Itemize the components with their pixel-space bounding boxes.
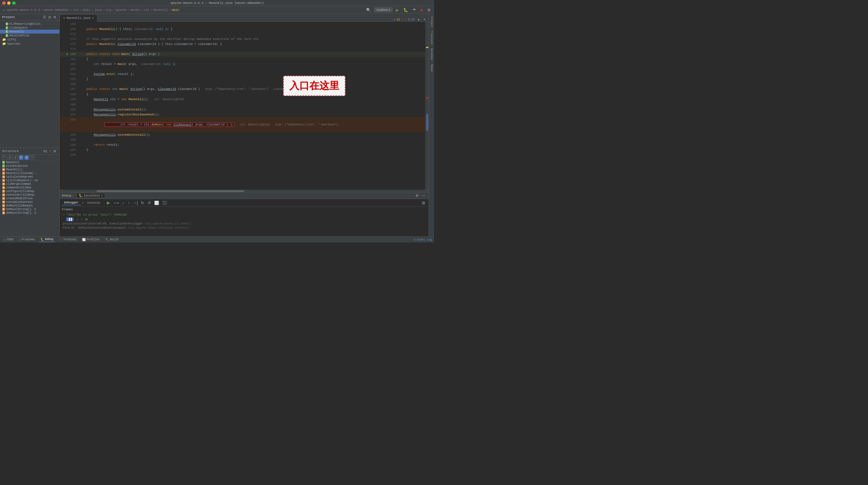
- sort-type-icon[interactable]: ↕: [49, 149, 52, 153]
- scroll-indicator[interactable]: [426, 114, 428, 131]
- breadcrumb-java[interactable]: java: [95, 8, 102, 12]
- tab-close-icon[interactable]: ✕: [92, 17, 94, 20]
- maximize-button[interactable]: [12, 1, 16, 5]
- frame-1[interactable]: projectDiscoveryStarted:99, ExecutionEve…: [62, 222, 426, 226]
- run-button[interactable]: ▶: [395, 7, 400, 13]
- step-back-button[interactable]: ↺: [147, 200, 152, 206]
- filter-protected-icon[interactable]: p: [13, 155, 18, 160]
- minimize-button[interactable]: [7, 1, 10, 5]
- step-out-button[interactable]: ↑: [126, 200, 131, 206]
- struct-item-domain3[interactable]: m doMain(String[], S: [0, 211, 59, 215]
- sidebar-item-clirequest[interactable]: C CliRequest: [0, 26, 59, 30]
- nav-right: 🔍 localhost ▾ ▶ 🐛 ☂ ■ ⚙: [365, 7, 432, 13]
- struct-item-cli[interactable]: m cli(CliRequest): vo: [0, 179, 59, 182]
- frame-pause-button-row: ▐▐ ↓ ↑ ⊟: [62, 217, 426, 222]
- struct-item-configure[interactable]: m configure(CliRequ: [0, 189, 59, 193]
- sort-icon[interactable]: ☰: [42, 15, 47, 20]
- resume-button[interactable]: ▶: [106, 200, 111, 206]
- breadcrumb-src[interactable]: src: [73, 8, 79, 12]
- struct-item-mavencli-ctor[interactable]: m MavenCli(): [0, 168, 59, 172]
- breadcrumb-cli[interactable]: cli: [144, 8, 149, 12]
- tab-todo[interactable]: ☑ TODO: [2, 238, 15, 242]
- filter-method-icon[interactable]: m: [24, 155, 29, 160]
- sort-alpha-icon[interactable]: Az: [42, 149, 48, 153]
- struct-item-exitexception[interactable]: C ExitException: [0, 164, 59, 168]
- expand-debug-icon[interactable]: ⊞: [421, 200, 426, 206]
- struct-item-calculatedegree[interactable]: m calculateDegreeO: [0, 175, 59, 179]
- vtab-maven[interactable]: Maven: [430, 63, 434, 73]
- breadcrumb-apache[interactable]: apache: [115, 8, 126, 12]
- line-191: 191 MessageUtils.systemInstall();: [60, 107, 429, 112]
- sidebar-item-mavencli[interactable]: C MavenCli: [0, 30, 59, 34]
- view-breakpoints-button[interactable]: ⬛: [161, 200, 168, 206]
- method-icon: m: [2, 186, 5, 189]
- run-to-cursor-button[interactable]: →|: [132, 200, 139, 206]
- struct-item-mavencli[interactable]: C MavenCli: [0, 161, 59, 164]
- tab-terminal[interactable]: ⬛ Terminal: [57, 238, 78, 242]
- horizontal-scrollbar[interactable]: [60, 190, 429, 192]
- frame-running[interactable]: ✓ "main"@1 in group "main": RUNNING: [62, 212, 426, 217]
- struct-item-climerge[interactable]: m cliMerge(Comman: [0, 182, 59, 186]
- tab-profiler[interactable]: 📈 Profiler: [81, 238, 101, 242]
- sidebar-item-sources[interactable]: 📁 sources: [0, 41, 59, 46]
- tab-build[interactable]: 🔨 Build: [104, 238, 120, 242]
- vtab-translate[interactable]: Translate: [430, 29, 434, 46]
- struct-item-container[interactable]: m container(CliRequ: [0, 193, 59, 197]
- struct-item-customize[interactable]: m customizeContain: [0, 200, 59, 204]
- breadcrumb-org[interactable]: org: [106, 8, 112, 12]
- struct-item-createmodel[interactable]: m createModelProce: [0, 197, 59, 200]
- step-over-button[interactable]: ⟶: [112, 200, 120, 206]
- tab-console[interactable]: Console: [85, 201, 102, 205]
- run-config-button[interactable]: localhost ▾: [374, 7, 392, 12]
- struct-item-mavencli-ctor2[interactable]: m MavenCli(ClassWo...: [0, 172, 59, 175]
- tree-item-label: sources: [7, 42, 20, 46]
- tab-debug[interactable]: 🐛 Debug: [39, 237, 55, 242]
- vtab-project[interactable]: Project: [430, 15, 434, 29]
- breadcrumb-main[interactable]: main: [83, 8, 90, 12]
- collapse-icon[interactable]: ⊟: [48, 15, 52, 20]
- sidebar-item-resolvefile[interactable]: C ResolveFile: [0, 34, 59, 37]
- back-button[interactable]: ‹: [2, 7, 6, 13]
- pause-thread-button[interactable]: ▐▐: [66, 217, 73, 221]
- filter-private-icon[interactable]: p: [8, 155, 12, 160]
- breadcrumb-module[interactable]: maven-embedder: [44, 8, 69, 12]
- tab-debugger[interactable]: Debugger: [62, 200, 81, 205]
- line-198: 198: [60, 152, 429, 157]
- filter-more-icon[interactable]: »: [30, 155, 34, 160]
- line-190: 190: [60, 102, 429, 107]
- vtab-database[interactable]: Database: [430, 47, 434, 62]
- settings-button[interactable]: ⚙: [426, 7, 432, 13]
- struct-item-commands[interactable]: m commands(CliReq: [0, 186, 59, 189]
- breadcrumb-method[interactable]: main: [172, 8, 179, 12]
- event-log-label[interactable]: ℹ Event Log: [414, 238, 432, 241]
- sidebar-item-clireportingutils[interactable]: C CLIReportingUtils: [0, 22, 59, 26]
- sidebar-item-slf4j[interactable]: 📁 slf4j: [0, 37, 59, 41]
- structure-settings-icon[interactable]: ⚙: [53, 149, 57, 153]
- tab-mavencli[interactable]: m MavenCli.java ✕: [60, 14, 97, 22]
- close-button[interactable]: [2, 1, 5, 5]
- stop-button[interactable]: ■: [420, 7, 424, 13]
- filter-field-icon[interactable]: f: [19, 155, 23, 160]
- session-tab-localhost[interactable]: 🐛 localhost ✕: [76, 193, 105, 198]
- code-area[interactable]: 168 169 public MavenCli() { this( classW…: [60, 22, 429, 190]
- rerun-button[interactable]: ↻: [140, 200, 145, 206]
- chevron-up-icon[interactable]: ▲: [416, 17, 421, 21]
- session-close-icon[interactable]: ✕: [101, 194, 103, 197]
- coverage-button[interactable]: ☂: [411, 7, 417, 13]
- breadcrumb-maven[interactable]: maven: [130, 8, 140, 12]
- breadcrumb-mavencli[interactable]: MavenCli: [153, 8, 168, 12]
- debug-settings-icon[interactable]: ⚙: [414, 193, 420, 198]
- struct-item-domain2[interactable]: m doMain(String[], C: [0, 208, 59, 211]
- frame-2[interactable]: fire:57, DefaultExecutionEventCatapult (…: [62, 226, 426, 230]
- settings-icon[interactable]: ⚙: [53, 15, 57, 20]
- mute-breakpoints-button[interactable]: ⬜: [153, 200, 160, 206]
- breadcrumb-project[interactable]: apache-maven-3.6.3: [7, 8, 40, 12]
- step-into-button[interactable]: ↓: [121, 200, 125, 206]
- chevron-down-icon[interactable]: ▾: [423, 17, 426, 21]
- struct-item-domain1[interactable]: m doMain(CliReques: [0, 204, 59, 208]
- debug-close-icon[interactable]: —: [421, 193, 426, 198]
- debug-button[interactable]: 🐛: [402, 7, 409, 13]
- tab-problems[interactable]: ⚠ Problems: [17, 238, 37, 242]
- filter-public-icon[interactable]: P: [2, 155, 7, 160]
- search-button[interactable]: 🔍: [365, 7, 372, 13]
